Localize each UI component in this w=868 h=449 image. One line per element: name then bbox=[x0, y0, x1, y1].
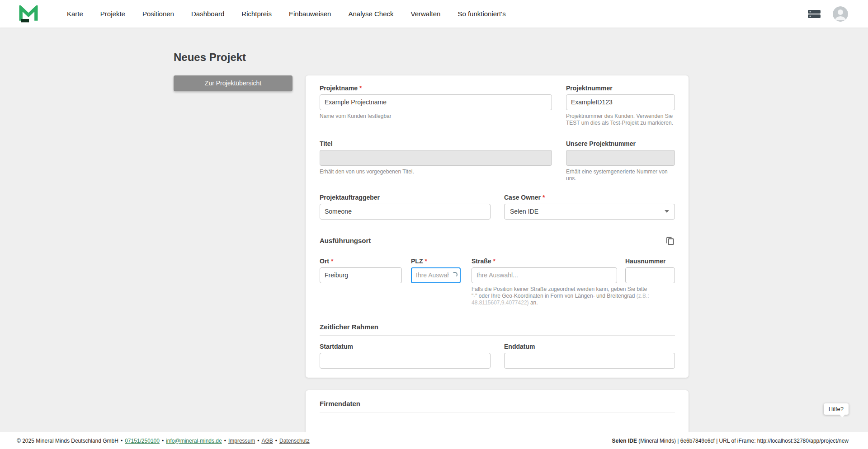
strasse-helper-suffix: an. bbox=[529, 299, 538, 306]
startdatum-label: Startdatum bbox=[320, 343, 491, 350]
projektname-input[interactable] bbox=[320, 94, 552, 110]
enddatum-label: Enddatum bbox=[504, 343, 675, 350]
field-enddatum: Enddatum bbox=[504, 343, 675, 369]
nav-item-analyse-check[interactable]: Analyse Check bbox=[348, 10, 393, 18]
field-hausnummer: Hausnummer bbox=[625, 257, 675, 306]
firmendaten-heading: Firmendaten bbox=[320, 399, 360, 408]
footer-separator: • bbox=[224, 438, 226, 444]
field-ort: Ort* bbox=[320, 257, 402, 306]
field-startdatum: Startdatum bbox=[320, 343, 491, 369]
project-form-card: Projektname* Name vom Kunden festlegbar … bbox=[306, 75, 689, 378]
footer-separator: • bbox=[275, 438, 277, 444]
hausnummer-input[interactable] bbox=[625, 267, 675, 283]
session-details: (Mineral Minds) | 6e6b7849e6cf | URL of … bbox=[637, 438, 849, 444]
footer-phone-link[interactable]: 07151/250100 bbox=[125, 438, 160, 444]
titel-helper: Erhält den von uns vorgegebenen Titel. bbox=[320, 168, 552, 175]
projektnummer-input[interactable] bbox=[566, 94, 675, 110]
row-address: Ort* PLZ* bbox=[320, 257, 675, 306]
field-plz: PLZ* bbox=[411, 257, 461, 306]
nav-item-richtpreis[interactable]: Richtpreis bbox=[241, 10, 272, 18]
page-title: Neues Projekt bbox=[174, 51, 689, 64]
footer-datenschutz-link[interactable]: Datenschutz bbox=[279, 438, 310, 444]
field-projektnummer: Projektnummer Projektnummer des Kunden. … bbox=[566, 84, 675, 126]
strasse-helper: Falls die Position keiner Straße zugeord… bbox=[472, 286, 650, 306]
projektnummer-helper: Projektnummer des Kunden. Verwenden Sie … bbox=[566, 113, 675, 126]
unsere-projektnummer-helper: Erhält eine systemgenerierte Nummer von … bbox=[566, 168, 675, 182]
projektname-label-text: Projektname bbox=[320, 84, 358, 92]
case-owner-label: Case Owner* bbox=[504, 194, 675, 201]
app-screen: Karte Projekte Positionen Dashboard Rich… bbox=[0, 0, 868, 449]
mineral-minds-logo[interactable] bbox=[19, 5, 38, 23]
required-marker: * bbox=[359, 84, 362, 92]
footer: © 2025 Mineral Minds Deutschland GmbH • … bbox=[0, 432, 868, 449]
footer-agb-link[interactable]: AGB bbox=[261, 438, 273, 444]
field-case-owner: Case Owner* Selen IDE bbox=[504, 194, 675, 220]
main-nav: Karte Projekte Positionen Dashboard Rich… bbox=[67, 10, 506, 18]
copy-icon[interactable] bbox=[665, 236, 675, 246]
field-titel: Titel Erhält den von uns vorgegebenen Ti… bbox=[320, 140, 552, 182]
nav-item-dashboard[interactable]: Dashboard bbox=[191, 10, 224, 18]
projektnummer-label: Projektnummer bbox=[566, 84, 675, 92]
section-ausfuehrungsort: Ausführungsort bbox=[320, 236, 675, 250]
projektname-helper: Name vom Kunden festlegbar bbox=[320, 113, 552, 120]
session-user: Selen IDE bbox=[612, 438, 637, 444]
required-marker: * bbox=[542, 194, 545, 201]
strasse-label-text: Straße bbox=[472, 257, 491, 265]
section-firmendaten: Firmendaten bbox=[320, 399, 675, 412]
help-button[interactable]: Hilfe? bbox=[824, 403, 849, 415]
strasse-label: Straße* bbox=[472, 257, 617, 265]
startdatum-input[interactable] bbox=[320, 353, 491, 369]
required-marker: * bbox=[493, 257, 495, 265]
ausfuehrungsort-heading: Ausführungsort bbox=[320, 236, 371, 245]
footer-separator: • bbox=[121, 438, 123, 444]
left-actions-column: Zur Projektübersicht bbox=[174, 75, 292, 91]
case-owner-label-text: Case Owner bbox=[504, 194, 541, 201]
ort-label: Ort* bbox=[320, 257, 402, 265]
mineral-minds-logo-icon bbox=[19, 5, 38, 23]
case-owner-selected-value: Selen IDE bbox=[510, 208, 538, 215]
section-zeitlicher-rahmen: Zeitlicher Rahmen bbox=[320, 323, 675, 336]
nav-item-projekte[interactable]: Projekte bbox=[100, 10, 125, 18]
row-auftraggeber-caseowner: Projektauftraggeber Case Owner* Selen ID… bbox=[320, 194, 675, 220]
footer-left: © 2025 Mineral Minds Deutschland GmbH • … bbox=[17, 438, 310, 444]
required-marker: * bbox=[425, 257, 427, 265]
strasse-input[interactable] bbox=[472, 267, 617, 283]
nav-item-positionen[interactable]: Positionen bbox=[142, 10, 174, 18]
unsere-projektnummer-label: Unsere Projektnummer bbox=[566, 140, 675, 147]
field-projektname: Projektname* Name vom Kunden festlegbar bbox=[320, 84, 552, 126]
nav-item-karte[interactable]: Karte bbox=[67, 10, 83, 18]
footer-separator: • bbox=[162, 438, 164, 444]
strasse-helper-text: Falls die Position keiner Straße zugeord… bbox=[472, 286, 647, 299]
footer-copyright: © 2025 Mineral Minds Deutschland GmbH bbox=[17, 438, 118, 444]
nav-item-so-funktionierts[interactable]: So funktioniert's bbox=[458, 10, 505, 18]
top-navigation: Karte Projekte Positionen Dashboard Rich… bbox=[0, 0, 868, 28]
unsere-projektnummer-input bbox=[566, 150, 675, 166]
case-owner-select[interactable]: Selen IDE bbox=[504, 204, 675, 220]
projektauftraggeber-label: Projektauftraggeber bbox=[320, 194, 491, 201]
row-dates: Startdatum Enddatum bbox=[320, 343, 675, 369]
back-to-project-overview-button[interactable]: Zur Projektübersicht bbox=[174, 75, 292, 91]
chevron-down-icon bbox=[665, 210, 669, 213]
ort-label-text: Ort bbox=[320, 257, 329, 265]
server-icon[interactable] bbox=[807, 9, 821, 19]
titel-label: Titel bbox=[320, 140, 552, 147]
field-projektauftraggeber: Projektauftraggeber bbox=[320, 194, 491, 220]
plz-label: PLZ* bbox=[411, 257, 461, 265]
main-content: Neues Projekt Zur Projektübersicht Proje… bbox=[174, 28, 689, 449]
field-strasse: Straße* Falls die Position keiner Straße… bbox=[472, 257, 617, 306]
footer-impressum-link[interactable]: Impressum bbox=[228, 438, 255, 444]
enddatum-input[interactable] bbox=[504, 353, 675, 369]
nav-item-einbauweisen[interactable]: Einbauweisen bbox=[289, 10, 331, 18]
user-avatar[interactable] bbox=[833, 6, 848, 22]
footer-email-link[interactable]: info@mineral-minds.de bbox=[166, 438, 222, 444]
nav-right-actions bbox=[807, 6, 848, 22]
footer-session-info: Selen IDE (Mineral Minds) | 6e6b7849e6cf… bbox=[612, 438, 849, 444]
projektauftraggeber-input[interactable] bbox=[320, 204, 491, 220]
ort-input[interactable] bbox=[320, 267, 402, 283]
required-marker: * bbox=[331, 257, 333, 265]
row-titel-unsere-projektnummer: Titel Erhält den von uns vorgegebenen Ti… bbox=[320, 140, 675, 182]
footer-separator: • bbox=[257, 438, 259, 444]
zeitlicher-rahmen-heading: Zeitlicher Rahmen bbox=[320, 323, 378, 331]
hausnummer-label: Hausnummer bbox=[625, 257, 675, 265]
nav-item-verwalten[interactable]: Verwalten bbox=[411, 10, 441, 18]
